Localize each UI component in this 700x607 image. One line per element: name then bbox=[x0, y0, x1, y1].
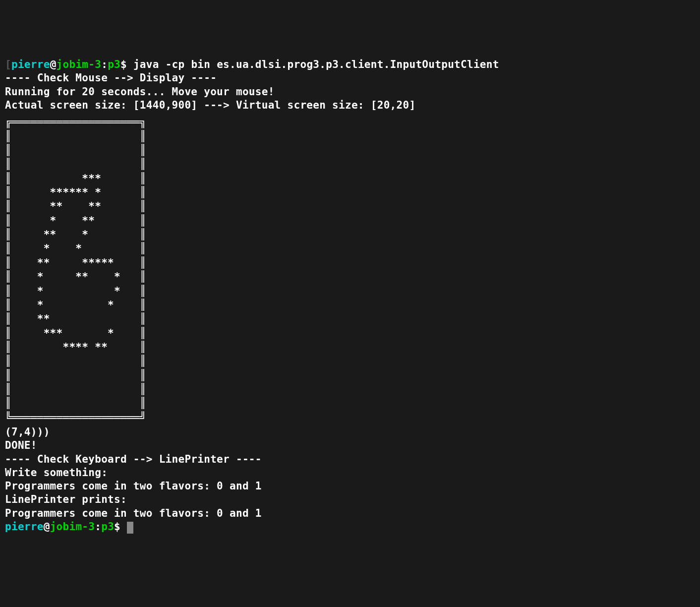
prompt-line-2[interactable]: pierre@jobim-3:p3$ bbox=[5, 521, 133, 533]
output-coord: (7,4))) bbox=[5, 426, 50, 438]
output-screen-size: Actual screen size: [1440,900] ---> Virt… bbox=[5, 99, 415, 111]
box-top: ╔════════════════════╗ bbox=[5, 116, 146, 128]
prompt-host: jobim-3 bbox=[57, 59, 102, 70]
box-row: ║ * ** ║ bbox=[5, 215, 146, 227]
prompt-colon: : bbox=[95, 521, 101, 533]
output-check-keyboard: ---- Check Keyboard --> LinePrinter ---- bbox=[5, 453, 262, 465]
prompt-at: @ bbox=[50, 59, 57, 70]
box-row: ║ * * ║ bbox=[5, 299, 146, 311]
prompt-path: p3 bbox=[101, 521, 114, 533]
box-row: ║ ** ***** ║ bbox=[5, 257, 146, 269]
prompt-path: p3 bbox=[108, 59, 120, 70]
prompt-user: pierre bbox=[11, 59, 50, 70]
output-check-mouse: ---- Check Mouse --> Display ---- bbox=[5, 72, 217, 84]
box-row: ║ ║ bbox=[5, 383, 146, 395]
cursor-icon[interactable] bbox=[127, 522, 133, 534]
box-row: ║ *** * ║ bbox=[5, 327, 146, 339]
prompt-line-1: [pierre@jobim-3:p3$ java -cp bin es.ua.d… bbox=[5, 59, 499, 70]
box-row: ║ ║ bbox=[5, 397, 146, 409]
prompt-host: jobim-3 bbox=[50, 521, 95, 533]
output-lineprinter: LinePrinter prints: bbox=[5, 493, 127, 505]
box-row: ║ ****** * ║ bbox=[5, 186, 146, 198]
prompt-at: @ bbox=[44, 521, 50, 533]
prompt-colon: : bbox=[101, 59, 108, 70]
box-row: ║ ║ bbox=[5, 158, 146, 170]
box-row: ║ ** ║ bbox=[5, 313, 146, 325]
box-row: ║ ║ bbox=[5, 355, 146, 367]
box-row: ║ **** ** ║ bbox=[5, 341, 146, 353]
output-done: DONE! bbox=[5, 439, 37, 451]
prompt-user: pierre bbox=[5, 521, 44, 533]
output-running: Running for 20 seconds... Move your mous… bbox=[5, 86, 275, 98]
ascii-display-box: ╔════════════════════╗ ║ ║ ║ ║ ║ ║ ║ ***… bbox=[5, 115, 695, 425]
output-printed-text: Programmers come in two flavors: 0 and 1 bbox=[5, 507, 262, 519]
user-input-line: Programmers come in two flavors: 0 and 1 bbox=[5, 480, 262, 492]
output-write-prompt: Write something: bbox=[5, 467, 108, 479]
bracket-open: [ bbox=[5, 59, 11, 70]
prompt-dollar: $ bbox=[114, 521, 127, 533]
terminal-output[interactable]: [pierre@jobim-3:p3$ java -cp bin es.ua.d… bbox=[5, 58, 695, 534]
box-row: ║ ║ bbox=[5, 130, 146, 142]
box-row: ║ ** * ║ bbox=[5, 229, 146, 241]
box-row: ║ ║ bbox=[5, 369, 146, 381]
box-bottom: ╚════════════════════╝ bbox=[5, 412, 146, 424]
box-row: ║ ║ bbox=[5, 144, 146, 156]
prompt-dollar: $ bbox=[120, 59, 133, 70]
box-row: ║ * * ║ bbox=[5, 243, 146, 254]
box-row: ║ * ** * ║ bbox=[5, 271, 146, 283]
box-row: ║ * * ║ bbox=[5, 285, 146, 297]
box-row: ║ *** ║ bbox=[5, 173, 146, 184]
box-row: ║ ** ** ║ bbox=[5, 200, 146, 212]
command-text: java -cp bin es.ua.dlsi.prog3.p3.client.… bbox=[133, 59, 499, 70]
